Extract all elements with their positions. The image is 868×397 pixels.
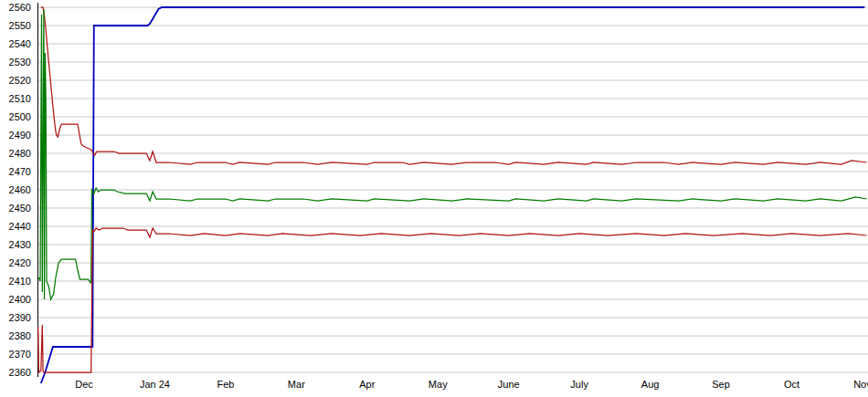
y-axis-tick-label: 2370 — [9, 349, 31, 360]
x-axis-tick-label: Jan 24 — [140, 379, 170, 390]
y-axis-tick-label: 2440 — [9, 221, 31, 232]
x-axis-tick-label: July — [570, 379, 588, 390]
x-axis-tick-label: Mar — [288, 379, 305, 390]
x-axis-tick-label: June — [498, 379, 520, 390]
x-axis-tick-label: Oct — [784, 379, 799, 390]
y-axis-tick-label: 2550 — [9, 20, 31, 31]
x-axis-tick-label: Dec — [75, 379, 93, 390]
x-axis-tick-label: Nov — [853, 379, 868, 390]
upper-red-line — [41, 7, 867, 164]
x-axis-tick-label: Aug — [641, 379, 660, 390]
y-axis-tick-label: 2420 — [9, 257, 31, 268]
x-axis-tick-label: Apr — [359, 379, 375, 390]
x-axis-tick-label: Feb — [217, 379, 234, 390]
y-axis-tick-label: 2460 — [9, 184, 31, 195]
green-line — [38, 9, 866, 299]
lower-red-line — [38, 228, 867, 372]
grid-layer — [38, 7, 868, 372]
x-axis-tick-label: Sep — [712, 379, 730, 390]
y-axis-tick-label: 2380 — [9, 330, 31, 341]
y-axis-tick-label: 2410 — [9, 276, 31, 287]
chart-canvas: 2560255025402530252025102500249024802470… — [0, 0, 868, 397]
y-axis-tick-label: 2510 — [9, 93, 31, 104]
label-layer: 2560255025402530252025102500249024802470… — [9, 2, 868, 390]
y-axis-tick-label: 2560 — [9, 2, 31, 13]
y-axis-tick-label: 2390 — [9, 312, 31, 323]
y-axis-tick-label: 2480 — [9, 148, 31, 159]
y-axis-tick-label: 2520 — [9, 75, 31, 86]
y-axis-tick-label: 2500 — [9, 111, 31, 122]
y-axis-tick-label: 2540 — [9, 38, 31, 49]
y-axis-tick-label: 2470 — [9, 166, 31, 177]
y-axis-tick-label: 2360 — [9, 367, 31, 378]
blue-line — [41, 7, 865, 383]
y-axis-tick-label: 2530 — [9, 57, 31, 68]
x-axis-tick-label: May — [429, 379, 448, 390]
y-axis-tick-label: 2490 — [9, 130, 31, 141]
y-axis-tick-label: 2450 — [9, 203, 31, 214]
y-axis-tick-label: 2430 — [9, 239, 31, 250]
series-layer — [38, 7, 867, 383]
price-chart: 2560255025402530252025102500249024802470… — [0, 0, 868, 397]
y-axis-tick-label: 2400 — [9, 294, 31, 305]
